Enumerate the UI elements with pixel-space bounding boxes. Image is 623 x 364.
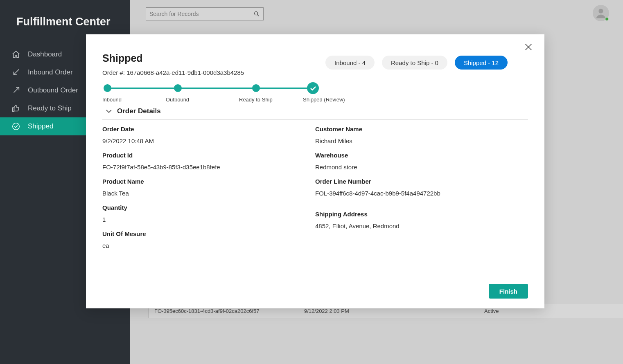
field-label: Order Line Number — [315, 178, 528, 185]
field-value: 1 — [102, 216, 315, 223]
step-line — [107, 88, 314, 89]
close-button[interactable] — [524, 43, 533, 52]
pill-ready[interactable]: Ready to Ship - 0 — [382, 56, 447, 70]
field-label: Product Id — [102, 152, 315, 159]
field-label: Shipping Address — [315, 211, 528, 218]
modal-order-number: Order #: 167a0668-a42a-ed11-9db1-000d3a3… — [102, 69, 317, 76]
field-label: Unit Of Mesure — [102, 230, 315, 237]
modal-footer: Finish — [489, 284, 528, 299]
field-label: Product Name — [102, 178, 315, 185]
field-value: ea — [102, 242, 315, 249]
step-label: Inbound — [102, 97, 122, 103]
details-col-right: Customer NameRichard Miles WarehouseRedm… — [315, 126, 528, 256]
step-node-ready — [252, 84, 260, 92]
field-label: Order Date — [102, 126, 315, 133]
field-label: Quantity — [102, 204, 315, 211]
pill-shipped[interactable]: Shipped - 12 — [455, 56, 508, 70]
step-label: Ready to Ship — [239, 97, 273, 103]
field-value: Black Tea — [102, 190, 315, 197]
modal-header: Shipped Order #: 167a0668-a42a-ed11-9db1… — [86, 34, 544, 76]
modal-overlay: Shipped Order #: 167a0668-a42a-ed11-9db1… — [0, 0, 623, 364]
field-value: 4852, Elliot, Avenue, Redmond — [315, 222, 528, 229]
section-title: Order Details — [117, 107, 161, 115]
step-node-outbound — [174, 84, 182, 92]
details-grid: Order Date9/2/2022 10:48 AM Product IdFO… — [102, 126, 528, 256]
field-label: Warehouse — [315, 152, 528, 159]
field-value: FOL-394ff6c8-4d97-4cac-b9b9-5f4a494722bb — [315, 190, 528, 197]
step-label: Outbound — [166, 97, 189, 103]
field-value: FO-72f9f7af-58e5-43b9-85f3-d35ee1b8fefe — [102, 164, 315, 171]
progress-stepper: Inbound Outbound Ready to Ship Shipped (… — [102, 83, 528, 106]
modal-title: Shipped — [102, 52, 317, 64]
details-toggle[interactable]: Order Details — [106, 107, 544, 115]
details-col-left: Order Date9/2/2022 10:48 AM Product IdFO… — [102, 126, 315, 256]
step-label: Shipped (Review) — [303, 97, 345, 103]
modal-title-block: Shipped Order #: 167a0668-a42a-ed11-9db1… — [102, 52, 317, 76]
chevron-down-icon — [106, 109, 112, 113]
close-icon — [524, 43, 533, 52]
pill-inbound[interactable]: Inbound - 4 — [325, 56, 375, 70]
check-icon — [310, 86, 316, 91]
field-value: 9/2/2022 10:48 AM — [102, 137, 315, 144]
field-value: Richard Miles — [315, 137, 528, 144]
modal: Shipped Order #: 167a0668-a42a-ed11-9db1… — [86, 34, 544, 308]
status-pills: Inbound - 4 Ready to Ship - 0 Shipped - … — [325, 56, 508, 70]
finish-button[interactable]: Finish — [489, 284, 528, 299]
divider — [102, 119, 528, 120]
field-value: Redmond store — [315, 164, 528, 171]
step-node-shipped — [307, 82, 319, 94]
step-node-inbound — [104, 84, 111, 92]
field-label: Customer Name — [315, 126, 528, 133]
